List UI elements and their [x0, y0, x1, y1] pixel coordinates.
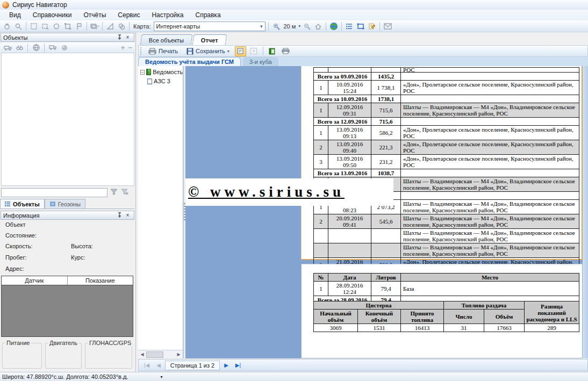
summary-values-row: 30691531164133117663289 — [314, 324, 579, 332]
first-page-button[interactable]: |◀ — [141, 361, 152, 370]
menu-spravochniki[interactable]: Справочники — [27, 10, 78, 20]
table-cell — [314, 243, 328, 258]
table-cell: 3 — [314, 155, 328, 169]
toolbar-grip — [140, 47, 142, 55]
report-row: РОС — [314, 68, 579, 73]
table-cell — [401, 192, 579, 200]
prev-page-button[interactable]: ◀ — [153, 361, 164, 370]
menu-otchety[interactable]: Отчёты — [77, 10, 112, 20]
table-header-cell: Начальный объём — [314, 310, 358, 324]
tab-objects[interactable]: Объекты — [0, 199, 45, 209]
layers-icon[interactable] — [90, 21, 99, 31]
coins-icon[interactable] — [117, 21, 126, 31]
table-cell: Всего за 12.09.2016 — [314, 118, 371, 126]
report-params-button[interactable] — [235, 46, 246, 56]
tree-horizontal-scrollbar[interactable]: ◀ ▶ — [138, 350, 183, 358]
collapse-icon[interactable]: − — [140, 70, 145, 75]
svg-text:?: ? — [253, 49, 255, 54]
zoom-scale-chevron-icon[interactable]: ▾ — [298, 24, 300, 28]
remove-object-icon[interactable]: − — [128, 44, 132, 52]
tab-objects-label: Объекты — [13, 201, 40, 207]
report-tree-panel: − Ведомость АЗС 3 ◀ ▶ — [138, 66, 183, 358]
menu-nastroyka[interactable]: Настройка — [146, 10, 189, 20]
help-button[interactable]: ? — [248, 46, 260, 56]
table-cell: 17663 — [484, 324, 525, 332]
table-cell: «Дон», Пролетарское сельское поселение, … — [401, 81, 579, 95]
table-cell: 715,6 — [371, 103, 401, 118]
map-source-select[interactable]: Интернет-карты ▾ — [154, 21, 266, 31]
home-icon[interactable] — [313, 21, 323, 31]
objects-list[interactable] — [1, 53, 134, 186]
scroll-left-icon[interactable]: ◀ — [138, 351, 146, 358]
viewport-scrollbar[interactable] — [583, 66, 588, 358]
table-cell: 231,2 — [371, 155, 401, 169]
envelope-icon[interactable] — [383, 21, 392, 31]
table-cell: Шахты — Владимировская — М4 «Дон», Влади… — [401, 214, 579, 229]
report-viewport[interactable]: РОСВсего за 09.09.20161435,2110.09.2016 … — [185, 66, 583, 358]
watermark-text: © www.sirius.su — [185, 184, 345, 200]
zoom-in-icon[interactable] — [271, 21, 281, 31]
add-object-icon[interactable]: + — [121, 44, 125, 52]
close-icon[interactable]: × — [124, 34, 132, 41]
mileage-label: Пробег: — [5, 254, 27, 261]
tab-geozones[interactable]: Геозоны — [45, 199, 85, 209]
next-page-button[interactable]: ▶ — [221, 361, 232, 370]
scroll-right-icon[interactable]: ▶ — [175, 351, 183, 358]
tab-vedomost[interactable]: Ведомость учёта выдачи ГСМ — [138, 57, 241, 66]
address-label: Адрес: — [5, 265, 24, 272]
ruler-icon[interactable] — [105, 21, 115, 31]
tab-vedomost-label: Ведомость учёта выдачи ГСМ — [145, 59, 234, 65]
objects-list-icon[interactable] — [345, 21, 354, 31]
notepad-edit-icon[interactable] — [367, 21, 377, 31]
circle-select-icon[interactable] — [52, 21, 61, 31]
rect-select-icon[interactable] — [29, 21, 39, 31]
geofence-rect-icon[interactable] — [356, 21, 365, 31]
table-cell — [314, 68, 328, 73]
print-preview-button[interactable] — [280, 46, 291, 56]
zoom-out-icon[interactable] — [302, 21, 312, 31]
table-cell: Шахты — Владимировская — М4 «Дон», Влади… — [401, 103, 579, 118]
zoom-scale-value[interactable]: 20 м — [283, 23, 297, 30]
lasso-select-icon[interactable] — [40, 21, 50, 31]
toolbar-separator — [44, 44, 45, 52]
pin-icon[interactable] — [116, 34, 124, 41]
pin-icon[interactable] — [116, 212, 124, 219]
vehicle-icon[interactable] — [3, 43, 12, 53]
tab-all-objects[interactable]: Все объекты — [140, 34, 193, 45]
print-button[interactable]: Печать — [145, 46, 181, 56]
tab-report[interactable]: Отчет — [192, 34, 227, 45]
table-cell: 13.09.2016 09:40 — [328, 140, 371, 155]
close-icon[interactable]: × — [124, 212, 132, 219]
report-book-button[interactable] — [267, 46, 278, 56]
truck-icon[interactable] — [48, 43, 58, 53]
magnifier-icon[interactable] — [13, 21, 23, 31]
binoculars-icon[interactable] — [15, 43, 24, 53]
save-button[interactable]: Сохранить ▾ — [183, 46, 233, 56]
menu-bar: Вид Справочники Отчёты Сервис Настройка … — [0, 10, 588, 20]
report-book-icon — [146, 69, 152, 75]
statusbar-dropdown-icon[interactable]: ▾ — [160, 375, 162, 379]
filter-icon[interactable] — [110, 188, 118, 197]
menu-spravka[interactable]: Справка — [189, 10, 226, 20]
save-dropdown-icon[interactable]: ▾ — [227, 49, 230, 54]
filter-clear-icon[interactable] — [120, 188, 129, 197]
globe-gray-icon[interactable] — [31, 43, 41, 53]
scrollbar-thumb[interactable] — [146, 351, 163, 358]
geozone-icon[interactable] — [63, 21, 73, 31]
menu-servis[interactable]: Сервис — [112, 10, 146, 20]
flag-icon[interactable] — [74, 21, 84, 31]
table-cell: 545,6 — [371, 214, 401, 229]
globe-icon[interactable] — [329, 21, 339, 31]
tree-node-vedomost[interactable]: − Ведомость — [140, 69, 183, 75]
last-page-button[interactable]: ▶| — [233, 361, 243, 370]
table-cell: 221,3 — [371, 140, 401, 155]
pan-hand-icon[interactable] — [2, 21, 12, 31]
object-search-input[interactable] — [1, 188, 107, 197]
menu-vid[interactable]: Вид — [3, 10, 27, 20]
objects-toolbar: + − — [1, 42, 134, 53]
toolbar-separator — [341, 22, 342, 31]
tab-3i-kuba[interactable]: 3-и куба — [243, 57, 278, 66]
sphere-icon[interactable] — [60, 43, 69, 53]
tree-node-azs[interactable]: АЗС 3 — [147, 78, 183, 84]
table-header-cell: Принято топлива — [401, 310, 444, 324]
